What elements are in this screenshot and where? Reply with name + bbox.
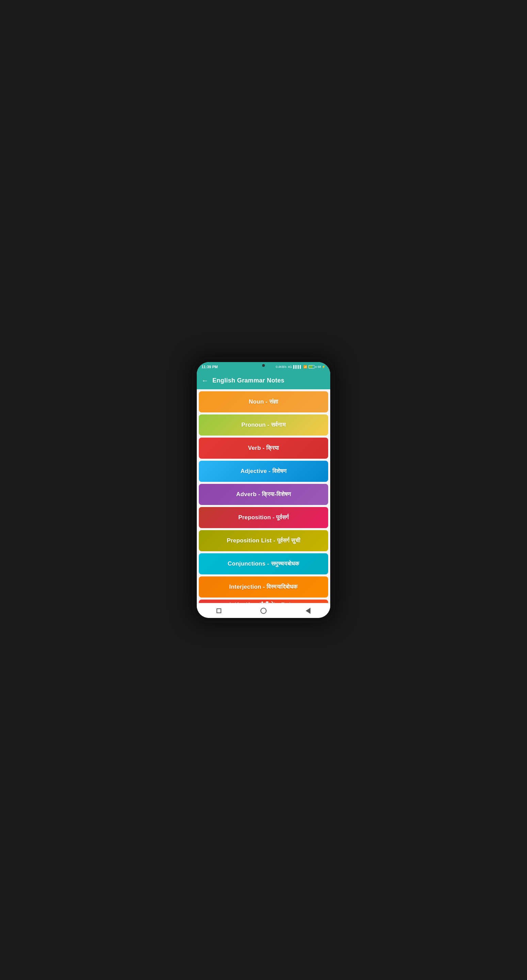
camera [262,364,265,367]
grammar-item-conjunction[interactable]: Conjunctions - समुच्चयबोधक [199,553,328,574]
grammar-item-label-pronoun: Pronoun - सर्वनाम [241,422,286,428]
app-title: English Grammar Notes [212,377,284,384]
grammar-item-interjection[interactable]: Interjection - विस्मयादिबोधक [199,576,328,598]
grammar-item-adjective[interactable]: Adjective - विशेषण [199,461,328,482]
grammar-item-label-noun: Noun - संज्ञा [249,398,278,405]
grammar-item-article[interactable]: Is/Am/Are (है/हैँ/हो) - Rob... [199,600,328,603]
charging-icon: ⚡ [322,365,325,369]
grammar-item-verb[interactable]: Verb - क्रिया [199,438,328,459]
battery-tip [315,366,316,368]
grammar-item-label-conjunction: Conjunctions - समुच्चयबोधक [228,560,299,567]
home-icon [260,608,267,614]
status-bar: 11:39 PM 0.4KB/s 4G ▌▌▌▌ 📶 68 ⚡ [197,362,330,372]
battery-fill [309,366,312,368]
battery-box [309,365,315,369]
grammar-item-label-adjective: Adjective - विशेषण [241,468,287,475]
grammar-item-label-preposition: Preposition - पूर्वसर्ग [238,514,289,521]
signal-icon: ▌▌▌▌ [293,365,302,369]
content-list: Noun - संज्ञाPronoun - सर्वनामVerb - क्र… [197,389,330,603]
network-speed: 0.4KB/s [276,365,287,369]
status-time: 11:39 PM [202,365,218,369]
back-icon [306,608,310,614]
grammar-item-preposition[interactable]: Preposition - पूर्वसर्ग [199,507,328,528]
battery-indicator: 68 ⚡ [309,365,325,369]
grammar-item-pronoun[interactable]: Pronoun - सर्वनाम [199,414,328,436]
network-type: 4G [288,365,292,369]
grammar-item-noun[interactable]: Noun - संज्ञा [199,391,328,412]
wifi-icon: 📶 [303,365,307,369]
phone-screen: 11:39 PM 0.4KB/s 4G ▌▌▌▌ 📶 68 ⚡ ← Englis… [197,362,330,618]
nav-bar [197,603,330,618]
back-button[interactable]: ← [202,377,209,385]
grammar-item-label-preposition-list: Preposition List - पूर्वसर्ग सुची [227,537,300,544]
nav-home-button[interactable] [258,605,269,616]
phone-shell: 11:39 PM 0.4KB/s 4G ▌▌▌▌ 📶 68 ⚡ ← Englis… [192,357,335,623]
battery-percent: 68 [318,365,321,369]
nav-recents-button[interactable] [213,605,224,616]
app-bar: ← English Grammar Notes [197,372,330,389]
grammar-item-label-interjection: Interjection - विस्मयादिबोधक [229,584,298,590]
grammar-item-label-verb: Verb - क्रिया [248,445,279,452]
grammar-item-preposition-list[interactable]: Preposition List - पूर्वसर्ग सुची [199,530,328,551]
recents-icon [217,608,221,613]
nav-back-button[interactable] [303,605,314,616]
status-icons: 0.4KB/s 4G ▌▌▌▌ 📶 68 ⚡ [276,365,325,369]
grammar-item-label-adverb: Adverb - क्रिया-विशेषण [236,491,291,498]
grammar-item-adverb[interactable]: Adverb - क्रिया-विशेषण [199,484,328,505]
